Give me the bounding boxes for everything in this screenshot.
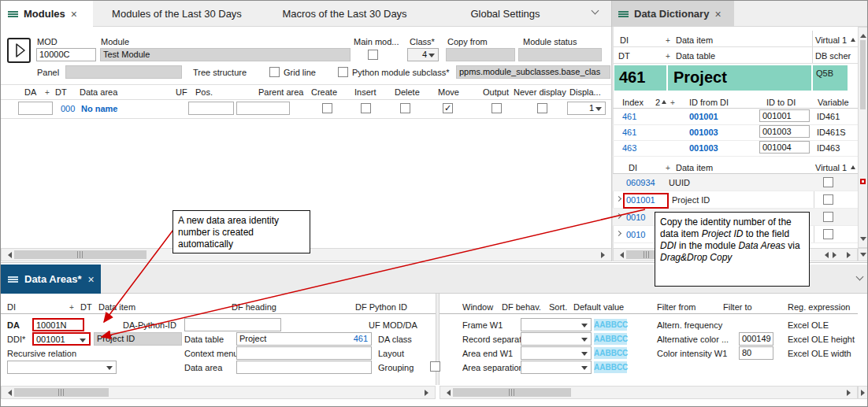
col-header-id-from[interactable]: ID from DI <box>689 98 729 108</box>
scroll-right-icon[interactable] <box>601 252 608 258</box>
close-icon[interactable] <box>71 9 77 20</box>
scrollbar-thumb[interactable] <box>14 250 147 259</box>
dict-header-virtual[interactable]: Virtual 1 <box>815 35 847 46</box>
scroll-left-icon[interactable] <box>443 390 451 396</box>
panel-splitter[interactable] <box>611 27 614 261</box>
grouping-checkbox[interactable] <box>430 361 440 372</box>
link-row-index[interactable]: 461 <box>622 128 636 138</box>
scroll-right-icon[interactable] <box>861 390 868 396</box>
item-row-di[interactable]: 0010 <box>626 230 645 240</box>
frame-color-swatch[interactable]: AABBCC <box>594 319 627 331</box>
alternative-color-input[interactable]: 000149 <box>739 332 773 346</box>
module-input[interactable]: Test Module <box>100 48 351 61</box>
scroll-down-icon[interactable] <box>860 237 866 244</box>
menu-icon[interactable] <box>618 10 629 18</box>
area-separation-select[interactable] <box>521 361 592 374</box>
col-header-df-python-id[interactable]: DF Python ID <box>355 302 407 313</box>
output-checkbox[interactable] <box>491 103 502 113</box>
item-header-virtual[interactable]: Virtual 1 <box>815 163 847 173</box>
tab-data-dictionary[interactable]: Data Dictionary <box>611 1 734 27</box>
delete-checkbox[interactable] <box>400 103 410 113</box>
never-display-checkbox[interactable] <box>537 103 547 113</box>
item-row-di[interactable]: 060934 <box>626 178 655 188</box>
add-button[interactable]: + <box>670 98 675 108</box>
link-row-from[interactable]: 001001 <box>689 112 718 122</box>
scrollbar-corner[interactable] <box>858 386 868 399</box>
scrollbar-thumb[interactable] <box>14 388 109 397</box>
insert-checkbox[interactable] <box>361 103 371 113</box>
recursive-relation-select[interactable] <box>7 361 117 374</box>
tab-data-areas[interactable]: Data Areas* <box>1 265 101 294</box>
link-row-index[interactable]: 463 <box>622 143 636 154</box>
frame-w1-select[interactable] <box>521 318 592 331</box>
col-header-parent-area[interactable]: Parent area <box>258 87 303 98</box>
col-header-index[interactable]: Index <box>622 98 644 108</box>
da-row-dt[interactable]: 000 <box>61 104 75 114</box>
da-row-pos-input[interactable] <box>188 102 234 115</box>
virtual-checkbox[interactable] <box>823 194 833 205</box>
col-header-sort[interactable]: Sort. <box>549 302 567 313</box>
record-separation-select[interactable] <box>521 332 592 346</box>
item-row-di[interactable]: 0010 <box>626 213 645 223</box>
virtual-checkbox[interactable] <box>823 212 833 222</box>
move-checkbox[interactable]: ✓ <box>443 103 453 113</box>
link-row-index[interactable]: 461 <box>622 112 636 122</box>
close-icon[interactable] <box>714 9 721 20</box>
tab-modules-30[interactable]: Modules of the Last 30 Days <box>93 1 261 27</box>
ddi-select[interactable]: 001001 <box>32 332 91 346</box>
page-right-icon[interactable] <box>833 252 840 258</box>
scrollbar-thumb[interactable] <box>453 388 571 397</box>
col-header-reg-expression[interactable]: Reg. expression <box>788 302 851 313</box>
color-intensity-input[interactable]: 80 <box>739 346 773 360</box>
col-header-default-value[interactable]: Default value <box>573 302 624 313</box>
mod-input[interactable]: 10000C <box>36 48 96 61</box>
col-header-sort[interactable]: 2 <box>655 98 660 108</box>
col-header-dt[interactable]: DT <box>55 87 67 98</box>
selected-table-name-cell[interactable]: Project <box>668 65 811 91</box>
col-header-di[interactable]: DI <box>7 302 16 313</box>
col-header-dt[interactable]: DT <box>80 302 92 313</box>
col-header-never-display[interactable]: Never display <box>514 87 566 98</box>
displa-select[interactable]: 1 <box>567 102 606 115</box>
data-area-input[interactable] <box>236 361 372 374</box>
scroll-right-icon[interactable] <box>425 390 432 396</box>
data-table-field[interactable]: Project 461 <box>236 332 372 346</box>
bottom-right-hscrollbar[interactable] <box>440 386 858 399</box>
add-button[interactable]: + <box>666 35 670 46</box>
bottom-left-hscrollbar[interactable] <box>1 386 436 399</box>
da-row-parent-input[interactable] <box>236 102 290 115</box>
col-header-output[interactable]: Output <box>483 87 509 98</box>
col-header-filter-to[interactable]: Filter to <box>723 302 752 313</box>
expand-icon[interactable] <box>616 231 621 236</box>
col-header-pos[interactable]: Pos. <box>195 87 213 98</box>
link-row-to-input[interactable]: 001003 <box>759 125 810 138</box>
col-header-da[interactable]: DA <box>24 87 36 98</box>
expand-icon[interactable] <box>616 196 621 202</box>
main-mod-checkbox[interactable] <box>368 50 378 60</box>
scroll-left-icon[interactable] <box>5 390 12 396</box>
link-row-to-input[interactable]: 001001 <box>759 109 810 122</box>
menu-icon[interactable] <box>8 10 18 18</box>
item-header-data-item[interactable]: Data item <box>676 163 713 173</box>
menu-icon[interactable] <box>8 276 18 283</box>
tab-global-settings[interactable]: Global Settings <box>432 1 578 27</box>
record-color-swatch[interactable]: AABBCC <box>594 333 627 345</box>
scrollbar-thumb[interactable] <box>860 40 866 109</box>
scroll-right-icon[interactable] <box>847 252 854 258</box>
col-header-variable[interactable]: Variable <box>818 98 849 108</box>
col-header-delete[interactable]: Delete <box>395 87 420 98</box>
scroll-left-icon[interactable] <box>617 252 624 258</box>
da-id-input[interactable]: 10001N <box>32 318 84 331</box>
panel-input[interactable] <box>65 65 182 79</box>
col-header-uf[interactable]: UF <box>176 87 187 98</box>
col-header-create[interactable]: Create <box>311 87 337 98</box>
page-left-icon[interactable] <box>822 252 829 258</box>
link-row-from[interactable]: 001003 <box>689 143 718 154</box>
item-row-name[interactable]: Project ID <box>672 195 710 205</box>
col-header-id-to[interactable]: ID to DI <box>766 98 796 108</box>
copy-from-input[interactable] <box>446 48 515 61</box>
col-header-df-behav[interactable]: DF behav. <box>502 302 541 313</box>
col-header-displa[interactable]: Displa... <box>569 87 601 98</box>
col-header-data-area[interactable]: Data area <box>80 87 117 98</box>
add-button[interactable]: + <box>69 302 74 313</box>
